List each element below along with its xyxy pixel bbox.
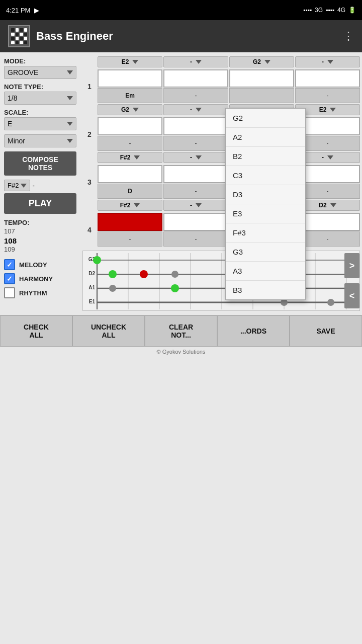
rhythm-checkbox[interactable]	[4, 287, 15, 298]
note-cell-2-0[interactable]	[98, 117, 162, 135]
beat-row-2: 2 - - -	[82, 117, 360, 151]
save-button[interactable]: SAVE	[290, 315, 362, 347]
fretboard: G2 D2 A1 E1	[82, 251, 360, 311]
sub2-col1-arrow-icon	[196, 155, 202, 159]
note-cell-1-1[interactable]	[163, 69, 228, 88]
sub-headers-1: G2 - E2	[82, 104, 360, 115]
fretboard-svg: G2 D2 A1 E1	[83, 251, 359, 311]
note-cell-3-1[interactable]	[163, 165, 228, 183]
clear-chords-button[interactable]: ...ORDS	[217, 315, 290, 347]
sub-headers-3: F#2 - D2	[82, 200, 360, 211]
dropdown-item-A2[interactable]: A2	[226, 128, 305, 147]
scale-type-value: Minor	[8, 137, 25, 145]
svg-point-18	[109, 270, 117, 278]
uncheck-all-button[interactable]: UNCHECK ALL	[72, 315, 145, 347]
rhythm-row: RHYTHM	[4, 287, 76, 298]
note-cell-1-3[interactable]	[295, 69, 360, 88]
dropdown-item-E3[interactable]: E3	[226, 204, 305, 223]
note-cell-1-0[interactable]	[98, 69, 162, 88]
scroll-right-button[interactable]: >	[344, 253, 359, 278]
dropdown-item-Fs3[interactable]: F#3	[226, 223, 305, 243]
note-type-arrow-icon	[67, 96, 73, 100]
beat-row-1: 1 Em - -	[82, 69, 360, 103]
chord-cell-1-3[interactable]: -	[295, 88, 360, 103]
menu-button[interactable]: ⋮	[343, 30, 354, 43]
chord-cell-4-1[interactable]: -	[163, 231, 228, 247]
signal-icon: ▪▪▪▪	[303, 7, 312, 14]
compose-dash: -	[32, 182, 34, 189]
scale-type-dropdown[interactable]: Minor	[4, 134, 76, 147]
dropdown-item-G3[interactable]: G3	[226, 243, 305, 262]
main-content: MODE: GROOVE NOTE TYPE: 1/8 SCALE: E Min…	[0, 52, 362, 315]
note-cell-4-1[interactable]	[163, 213, 228, 231]
chord-cell-1-0[interactable]: Em	[98, 88, 162, 103]
network-label: 3G	[315, 7, 323, 14]
dropdown-item-A3[interactable]: A3	[226, 262, 305, 281]
svg-point-19	[140, 270, 148, 278]
col-header-2: G2	[229, 56, 294, 67]
dropdown-item-C3[interactable]: C3	[226, 166, 305, 185]
dropdown-item-B2[interactable]: B2	[226, 147, 305, 166]
status-time: 4:21 PM	[6, 7, 30, 14]
scale-note-dropdown[interactable]: E	[4, 117, 76, 130]
sub2-col0-arrow-icon	[134, 155, 140, 159]
col2-arrow-icon	[264, 60, 270, 64]
melody-label: MELODY	[19, 261, 47, 269]
sub-col1-arrow-icon	[196, 108, 202, 112]
column-headers: E2 - G2 -	[82, 56, 360, 67]
app-icon	[8, 25, 30, 47]
beat-num-2: 2	[82, 130, 97, 138]
compose-notes-button[interactable]: COMPOSE NOTES	[4, 151, 76, 176]
rhythm-label: RHYTHM	[19, 289, 47, 297]
note-type-value: 1/8	[8, 94, 17, 102]
chord-cell-3-1[interactable]: -	[163, 184, 228, 199]
note-type-dropdown[interactable]: 1/8	[4, 92, 76, 105]
dropdown-item-D3[interactable]: D3	[226, 185, 305, 204]
chord-cell-1-2[interactable]	[229, 88, 294, 103]
dropdown-item-B3[interactable]: B3	[226, 281, 305, 299]
scroll-left-button[interactable]: <	[344, 283, 359, 308]
compose-note-row: F#2 -	[4, 180, 76, 191]
col3-arrow-icon	[327, 60, 333, 64]
battery-icon: 🔋	[348, 7, 356, 14]
scale-note-value: E	[8, 120, 12, 128]
sub2-col3-arrow-icon	[327, 155, 333, 159]
compose-note-value: F#2	[8, 182, 19, 189]
compose-note-dropdown[interactable]: F#2	[4, 180, 30, 191]
chord-cell-3-0[interactable]: D	[98, 184, 162, 199]
app-bar: Bass Engineer ⋮	[0, 20, 362, 52]
chord-cell-2-0[interactable]: -	[98, 136, 162, 151]
svg-point-25	[327, 299, 334, 306]
col-header-3: -	[295, 56, 360, 67]
note-cell-1-2[interactable]	[229, 69, 294, 88]
check-all-button[interactable]: CHECK ALL	[0, 315, 72, 347]
note-cell-4-0[interactable]	[98, 213, 162, 231]
harmony-checkbox[interactable]: ✓	[4, 273, 15, 284]
note-cell-2-1[interactable]	[163, 117, 228, 135]
melody-row: ✓ MELODY	[4, 259, 76, 270]
status-bar: 4:21 PM ▶ ▪▪▪▪ 3G ▪▪▪▪ 4G 🔋	[0, 0, 362, 20]
svg-point-17	[93, 256, 101, 264]
mode-dropdown[interactable]: GROOVE	[4, 66, 76, 79]
svg-point-20	[171, 271, 178, 278]
svg-text:E1: E1	[89, 299, 96, 304]
beat-row-3: 3 D - -	[82, 165, 360, 199]
melody-checkbox[interactable]: ✓	[4, 259, 15, 270]
chord-cell-4-0[interactable]: -	[98, 231, 162, 247]
dropdown-item-G2[interactable]: G2	[226, 109, 305, 128]
note-dropdown-overlay: G2 A2 B2 C3 D3 E3 F#3 G3 A3 B3	[225, 108, 306, 300]
chord-cell-2-1[interactable]: -	[163, 136, 228, 151]
clear-notes-button[interactable]: CLEAR NOT...	[145, 315, 217, 347]
tempo-values: 107 108 109	[4, 227, 76, 254]
scale-label: SCALE:	[4, 109, 76, 116]
play-icon: ▶	[34, 7, 39, 14]
sub3-col1-arrow-icon	[196, 203, 202, 207]
harmony-label: HARMONY	[19, 275, 53, 283]
note-cell-3-0[interactable]	[98, 165, 162, 183]
harmony-row: ✓ HARMONY	[4, 273, 76, 284]
play-button[interactable]: PLAY	[4, 193, 76, 214]
svg-point-22	[171, 284, 179, 292]
chord-cell-1-1[interactable]: -	[163, 88, 228, 103]
sub3-col0-arrow-icon	[134, 203, 140, 207]
tempo-107: 107	[4, 227, 15, 236]
